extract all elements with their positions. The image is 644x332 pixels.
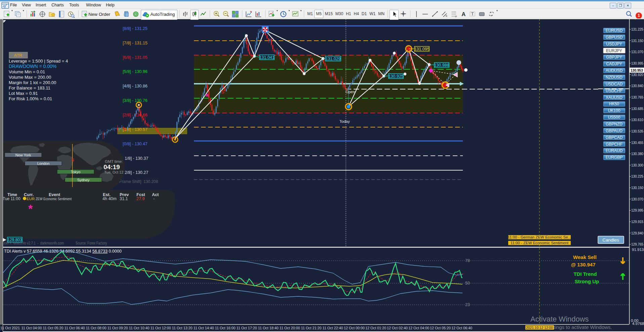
svg-text:130.840: 130.840 [631,84,643,88]
svg-text:130.920: 130.920 [631,73,643,77]
svg-text:GBPCHF: GBPCHF [606,142,622,147]
svg-text:ATR: ATR [14,53,22,58]
svg-text:78: 78 [465,258,470,263]
svg-text:USDCAD: USDCAD [606,82,623,86]
svg-text:[5/8] - 130.96: [5/8] - 130.96 [123,69,148,74]
svg-text:130.300: 130.300 [631,163,643,167]
svg-text:Lot Max = 0.91: Lot Max = 0.91 [9,91,38,96]
svg-text:12 Oct 02:40: 12 Oct 02:40 [387,326,408,330]
svg-text:12 Oct 05:20: 12 Oct 05:20 [430,326,451,330]
svg-text:-: - [153,196,155,201]
svg-text:11 Oct 05:20: 11 Oct 05:20 [43,326,63,330]
svg-text:130.995: 130.995 [631,61,643,65]
svg-text:131.225: 131.225 [631,27,643,31]
svg-text:Event: Event [49,192,61,197]
svg-text:11 Oct 21:20: 11 Oct 21:20 [301,326,321,330]
svg-text:11 Oct 17:20: 11 Oct 17:20 [236,326,257,330]
svg-text:11 Oct 06:40: 11 Oct 06:40 [64,326,85,330]
svg-text:GBPJPY: GBPJPY [606,55,622,60]
svg-text:[0/8] - 130.47: [0/8] - 130.47 [123,142,148,146]
svg-text:11 Oct 10:40: 11 Oct 10:40 [129,326,149,330]
svg-text:4.9768: 4.9768 [632,322,644,326]
svg-text:GMT time:: GMT time: [105,159,123,163]
svg-text:131.029: 131.029 [325,57,340,61]
svg-text:130.765: 130.765 [631,95,643,99]
svg-text:[4/8] - 130.86: [4/8] - 130.86 [123,84,148,88]
svg-text:@ 130.947: @ 130.947 [571,262,595,267]
svg-text:1/8] - 130.37: 1/8] - 130.37 [125,156,148,161]
svg-text:131.095: 131.095 [414,47,429,51]
svg-text:131.041: 131.041 [259,55,274,60]
svg-text:CADJPY: CADJPY [606,62,622,66]
svg-text:4h 40m: 4h 40m [103,196,117,201]
svg-text:[7/8] - 131.15: [7/8] - 131.15 [123,41,148,45]
svg-text:GBPCAD: GBPCAD [606,135,623,140]
svg-text:TDI Trend: TDI Trend [573,271,597,277]
svg-text:129.840: 129.840 [631,231,643,235]
svg-text:A: A [461,11,466,17]
svg-text:UK100: UK100 [608,108,620,113]
svg-text:T: T [471,12,474,16]
svg-text:Candles: Candles [602,237,619,243]
svg-text:For Risk 1.00% = 0.01: For Risk 1.00% = 0.01 [9,96,52,101]
svg-text:27.9: 27.9 [136,196,145,201]
svg-text:NZDUSD: NZDUSD [606,75,622,80]
svg-text:S: S [221,89,224,95]
svg-text:11 Oct 22:40: 11 Oct 22:40 [322,326,343,330]
svg-text:GBPUSD: GBPUSD [606,35,623,40]
svg-text:Volume Max = 200.00: Volume Max = 200.00 [9,75,51,80]
svg-text:Source: Forex Factory: Source: Forex Factory [76,241,107,246]
svg-text:11 Oct 14:40: 11 Oct 14:40 [193,326,214,330]
svg-text:131.150: 131.150 [631,39,643,43]
svg-text:[6/8] - 131.05: [6/8] - 131.05 [123,55,148,60]
svg-text:130.225: 130.225 [631,174,643,178]
svg-text:Margin for 1 lot = 200.00: Margin for 1 lot = 200.00 [9,80,56,85]
svg-text:DRAWDOWN = 0.00%: DRAWDOWN = 0.00% [9,64,56,69]
svg-text:23: 23 [465,302,470,307]
svg-text:04:19: 04:19 [104,163,120,171]
svg-text:EURJPY: EURJPY [606,48,622,53]
svg-text:[8/8] - 131.25: [8/8] - 131.25 [123,26,148,31]
svg-text:E: E [446,14,447,17]
svg-text:129.765: 129.765 [631,242,643,246]
svg-text:130.925: 130.925 [388,74,403,79]
svg-text:129.995: 129.995 [631,208,643,212]
svg-text:EUR: EUR [27,197,35,201]
svg-text:EURAUD: EURAUD [606,148,623,153]
svg-text:11 Oct 04:00: 11 Oct 04:00 [21,326,42,330]
svg-text:d Frame Shift] 130.208: d Frame Shift] 130.208 [116,179,158,184]
svg-text:EURGBP: EURGBP [606,155,623,160]
svg-text:131.070: 131.070 [631,50,643,54]
svg-text:Curr.: Curr. [24,192,34,197]
svg-text:*: * [28,202,33,215]
svg-text:US500: US500 [608,115,620,120]
svg-text:*: * [205,91,209,102]
svg-text:11 Oct 2021: 11 Oct 2021 [0,326,20,330]
svg-text:11 Oct 13:20: 11 Oct 13:20 [172,326,192,330]
svg-text:129.803: 129.803 [7,237,22,242]
svg-text:11 Oct 16:00: 11 Oct 16:00 [215,326,235,330]
svg-text:130.953: 130.953 [631,68,643,72]
svg-text:130.070: 130.070 [631,197,643,201]
svg-text:129.915: 129.915 [631,220,643,224]
svg-text:11 Oct 09:20: 11 Oct 09:20 [107,326,128,330]
svg-text:HK50: HK50 [609,102,619,106]
svg-text:130.380: 130.380 [631,152,643,156]
svg-text:11:00 - ZEW Economic Sentiment: 11:00 - ZEW Economic Sentiment [511,241,569,245]
svg-text:11 Oct 08:00: 11 Oct 08:00 [86,326,106,330]
svg-text:Tue, Oct 12: Tue, Oct 12 [104,170,123,174]
svg-text:11 Oct 18:40: 11 Oct 18:40 [258,326,278,330]
svg-text:130.988: 130.988 [434,63,449,68]
svg-text:Tue 11:00: Tue 11:00 [3,196,21,201]
svg-text:F: F [455,15,457,18]
svg-text:Volume Min = 0.01: Volume Min = 0.01 [9,69,45,74]
svg-text:S: S [71,157,74,162]
svg-text:130.150: 130.150 [631,186,643,190]
svg-text:11 Oct 20:00: 11 Oct 20:00 [279,326,300,330]
svg-text:GBPAUD: GBPAUD [606,128,622,133]
svg-text:130.610: 130.610 [631,118,643,122]
svg-text:USDJPY: USDJPY [606,42,622,46]
svg-text:12 Oct 00:00: 12 Oct 00:00 [344,326,365,330]
svg-text:130.455: 130.455 [631,141,643,145]
svg-text:London: London [37,161,50,165]
